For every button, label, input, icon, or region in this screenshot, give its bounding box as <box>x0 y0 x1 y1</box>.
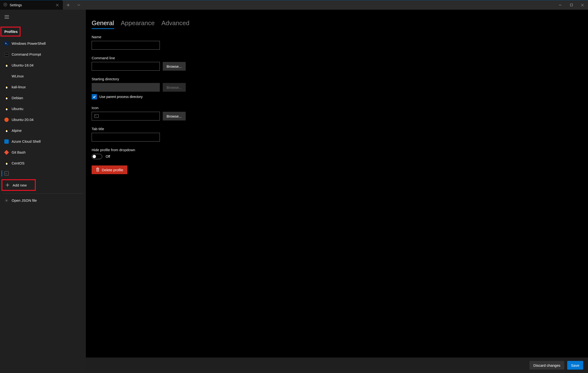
discard-changes-button[interactable]: Discard changes <box>529 361 564 370</box>
icon-input[interactable] <box>92 112 160 120</box>
new-tab-button[interactable] <box>63 0 74 10</box>
sidebar-item-label: Command Prompt <box>12 52 41 56</box>
startdir-label: Starting directory <box>92 77 582 81</box>
use-parent-checkbox[interactable] <box>92 94 97 99</box>
hide-state-label: Off <box>106 155 110 159</box>
sidebar-item-wlinux[interactable]: WLinux <box>0 71 86 82</box>
commandline-browse-button[interactable]: Browse... <box>163 62 186 71</box>
delete-profile-button[interactable]: Delete profile <box>92 165 127 174</box>
terminal-icon <box>94 114 99 118</box>
svg-point-0 <box>5 4 6 5</box>
ubuntu-icon <box>4 117 9 122</box>
maximize-button[interactable] <box>566 0 577 10</box>
body: Profiles >_ Windows PowerShell C:\ Comma… <box>0 10 588 373</box>
sidebar-item-label: Alpine <box>12 128 22 133</box>
sidebишar-item-label: Ubuntu-20.04 <box>12 117 34 122</box>
sidebar-item-label: Ubuntu-18.04 <box>12 63 34 67</box>
content: General Appearance Advanced Name Command… <box>86 10 588 373</box>
close-tab-button[interactable] <box>54 2 61 8</box>
git-icon <box>4 150 9 155</box>
startdir-input <box>92 83 160 92</box>
azure-icon <box>4 139 9 144</box>
use-parent-checkbox-row[interactable]: Use parent process directory <box>92 94 582 99</box>
window-tab-settings[interactable]: Settings <box>0 0 63 10</box>
cmd-icon: C:\ <box>4 52 9 57</box>
tab-appearance[interactable]: Appearance <box>121 19 155 29</box>
sidebar-item-label: CentOS <box>12 161 24 165</box>
window: Settings <box>0 0 588 373</box>
sidebar-item-label: Add new <box>12 183 27 187</box>
field-group-commandline: Command line Browse... <box>92 56 582 71</box>
sidebar-item-label: WLinux <box>12 74 24 78</box>
sidebar-item-ubuntu-2004[interactable]: Ubuntu-20.04 <box>0 114 86 125</box>
icon-label: Icon <box>92 106 582 110</box>
name-label: Name <box>92 35 582 39</box>
sidebar-item-ubuntu-1804[interactable]: Ubuntu-18.04 <box>0 60 86 71</box>
titlebar-drag-region[interactable] <box>84 0 555 10</box>
toggle-knob <box>93 155 96 158</box>
name-input[interactable] <box>92 41 160 50</box>
field-group-hide: Hide profile from dropdown Off <box>92 148 582 159</box>
profiles-header-highlight: Profiles <box>0 27 21 37</box>
startdir-browse-button: Browse... <box>163 83 186 92</box>
tab-title: Settings <box>10 3 52 7</box>
sidebar-item-new-profile[interactable]: >_ <box>0 169 86 178</box>
sidebar-item-ubuntu[interactable]: Ubuntu <box>0 103 86 114</box>
field-group-tabtitle: Tab title <box>92 127 582 141</box>
tabtitle-input[interactable] <box>92 133 160 141</box>
sidebar-item-kali-linux[interactable]: kali-linux <box>0 82 86 92</box>
field-group-startdir: Starting directory Browse... Use parent … <box>92 77 582 99</box>
tux-icon <box>4 161 9 165</box>
svg-point-2 <box>6 200 7 201</box>
sidebar-item-label: Ubuntu <box>12 107 23 111</box>
tab-general[interactable]: General <box>92 19 114 29</box>
sidebar-divider <box>3 193 83 193</box>
sidebar-item-azure-cloud-shell[interactable]: Azure Cloud Shell <box>0 136 86 147</box>
content-scroll[interactable]: General Appearance Advanced Name Command… <box>86 10 588 358</box>
sidebar-item-command-prompt[interactable]: C:\ Command Prompt <box>0 49 86 60</box>
field-group-icon: Icon Browse... <box>92 106 582 120</box>
tux-icon <box>4 63 9 67</box>
sidebar-item-windows-powershell[interactable]: >_ Windows PowerShell <box>0 38 86 49</box>
hide-label: Hide profile from dropdown <box>92 148 582 152</box>
field-group-delete: Delete profile <box>92 165 582 174</box>
plus-icon <box>5 183 10 187</box>
gear-icon <box>4 198 9 203</box>
sidebar-item-centos[interactable]: CentOS <box>0 158 86 169</box>
hamburger-menu-button[interactable] <box>2 12 12 22</box>
tux-icon <box>4 128 9 133</box>
delete-profile-label: Delete profile <box>102 168 123 172</box>
use-parent-label: Use parent process directory <box>99 95 143 99</box>
sidebar-item-label: Debian <box>12 96 23 100</box>
sidebar-item-open-json[interactable]: Open JSON file <box>0 195 86 206</box>
tab-dropdown-button[interactable] <box>74 0 84 10</box>
sidebar-item-label: Open JSON file <box>12 198 37 202</box>
blank-icon <box>4 74 9 78</box>
sidebar-profile-list: >_ Windows PowerShell C:\ Command Prompt… <box>0 38 86 206</box>
tabtitle-label: Tab title <box>92 127 582 131</box>
save-button[interactable]: Save <box>567 361 583 370</box>
sidebar-item-git-bash[interactable]: Git Bash <box>0 147 86 158</box>
trash-icon <box>96 168 99 172</box>
sidebar-item-label: kali-linux <box>12 85 26 89</box>
field-group-name: Name <box>92 35 582 50</box>
icon-browse-button[interactable]: Browse... <box>163 112 186 120</box>
sidebar-item-add-new[interactable]: Add new <box>2 180 35 190</box>
minimize-button[interactable] <box>555 0 566 10</box>
tux-icon <box>4 85 9 89</box>
sidebar-item-debian[interactable]: Debian <box>0 92 86 103</box>
tux-icon <box>4 107 9 111</box>
titlebar: Settings <box>0 0 588 10</box>
close-window-button[interactable] <box>577 0 588 10</box>
sidebar-item-label: Git Bash <box>12 150 26 154</box>
sidebar-item-label: Azure Cloud Shell <box>12 139 41 143</box>
commandline-input[interactable] <box>92 62 160 71</box>
commandline-label: Command line <box>92 56 582 60</box>
hide-toggle[interactable] <box>92 154 102 159</box>
sidebar-item-alpine[interactable]: Alpine <box>0 125 86 136</box>
gear-icon <box>3 3 7 7</box>
content-tabs: General Appearance Advanced <box>92 19 582 29</box>
tab-advanced[interactable]: Advanced <box>161 19 189 29</box>
footer: Discard changes Save <box>86 358 588 373</box>
sidebar-item-label: Windows PowerShell <box>12 41 46 45</box>
